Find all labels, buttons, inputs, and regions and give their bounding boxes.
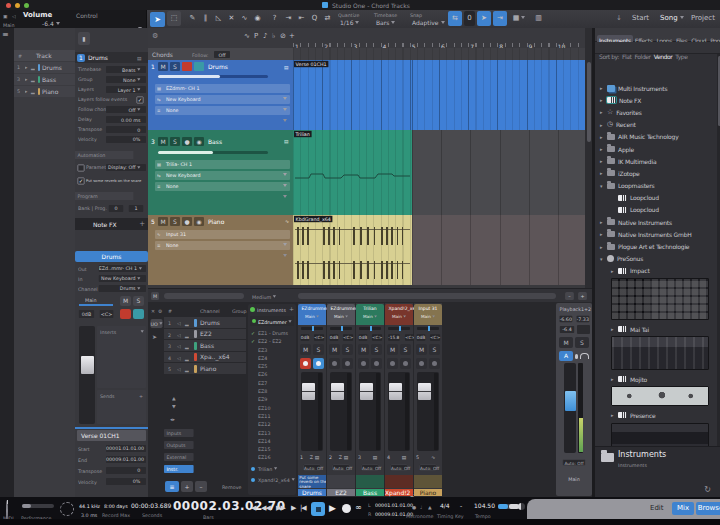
mute-tool-button[interactable]: ✕: [225, 11, 238, 26]
browser-tree-item[interactable]: [611, 278, 709, 320]
time-signature[interactable]: 4/4: [440, 502, 450, 509]
scrollbar-thumb-main[interactable]: [298, 293, 556, 299]
channel-out-row[interactable]: Out EZd..mmr- CH 1: [77, 264, 146, 273]
expand-icon[interactable]: ▸: [25, 77, 27, 83]
channel-in-row[interactable]: In New Keyboard: [77, 274, 146, 283]
pan-readout[interactable]: <C>: [314, 334, 324, 340]
browser-tree-item[interactable]: ▸ ☆ Favorites: [595, 106, 715, 118]
rack-slot[interactable]: EZ15: [250, 444, 294, 452]
volume-readout[interactable]: 0dB: [79, 310, 94, 318]
track-volume-slider[interactable]: [158, 151, 268, 154]
macro-grid-button[interactable]: ▦: [510, 11, 528, 26]
channel-header[interactable]: Drums: [75, 251, 148, 262]
browser-tree-item[interactable]: ▸ Plogue Art et Technologie: [595, 240, 715, 252]
rack-slot[interactable]: EZ16: [250, 452, 294, 460]
master-strip[interactable]: Playback1+2 -6.60 -7.33 -6.4 M S A: [556, 303, 592, 496]
strip-output[interactable]: Main: [360, 314, 380, 319]
layers-row[interactable]: Layers Layer 1: [77, 85, 146, 94]
monitor-button[interactable]: [133, 309, 144, 319]
trilian-rack-row[interactable]: Trilian: [250, 464, 294, 474]
listen-tool-button[interactable]: ◉: [251, 11, 264, 26]
quantize-start-icon[interactable]: ⇥: [282, 11, 295, 26]
tab-inputs[interactable]: Inputs: [164, 429, 194, 437]
mute-button[interactable]: M: [120, 296, 131, 306]
cursor-icon[interactable]: ➤: [152, 333, 157, 340]
strip-output[interactable]: Main: [302, 314, 322, 319]
strip-note[interactable]: [385, 475, 413, 488]
rack-slot[interactable]: EZ4: [250, 353, 294, 361]
quantize-icon[interactable]: Q: [308, 11, 321, 26]
audio-icon[interactable]: ∿: [285, 219, 289, 225]
close-window-icon[interactable]: [6, 3, 11, 8]
browse-page-button[interactable]: Browse: [696, 502, 720, 515]
channel-name-row[interactable]: Channel Drums: [77, 284, 146, 293]
add-channel-button[interactable]: +: [181, 481, 193, 492]
strip-header[interactable]: Input 31 Main: [414, 304, 442, 325]
strip-name-plate[interactable]: EZ2: [327, 489, 355, 496]
record-button[interactable]: [300, 358, 311, 369]
rewind-button[interactable]: ◀◀: [261, 504, 270, 512]
strip-header[interactable]: EZdrummer Main: [327, 304, 355, 325]
mixer-strip[interactable]: EZdrummer Main 0dB <C> M S: [327, 303, 355, 496]
pan-slider[interactable]: [417, 327, 439, 330]
strip-note[interactable]: Put some reverb on the snare: [298, 475, 326, 488]
automation-mode-button[interactable]: Auto: Off: [419, 464, 436, 470]
record-button[interactable]: [387, 358, 398, 369]
io-dropdown[interactable]: UO: [151, 319, 163, 328]
pattern-icon[interactable]: P: [254, 32, 258, 40]
rack-slot[interactable]: EZ12: [250, 419, 294, 427]
zoom-out-button[interactable]: –: [565, 292, 574, 300]
return-to-zero-button[interactable]: |◀: [300, 504, 306, 512]
maximize-window-icon[interactable]: [24, 3, 29, 8]
fader-cap[interactable]: [565, 391, 576, 411]
mixer-strip[interactable]: Trilian Main 0dB <C> M S: [356, 303, 384, 496]
browser-tree-item[interactable]: ▸ Impact: [595, 265, 715, 277]
expand-icon[interactable]: ◂▸: [170, 416, 175, 422]
drums-track-header[interactable]: 1 M S Drums ▤ ▤EZdmm- CH 1 ⇆New Keyboard…: [148, 60, 293, 130]
record-button[interactable]: [329, 358, 340, 369]
loop-start[interactable]: 00001.01.01.00: [375, 502, 413, 508]
bank-prog-row[interactable]: Bank | Prog. 0 1: [77, 204, 146, 213]
browser-tree-item[interactable]: ▸ Native Instruments GmbH: [595, 228, 715, 240]
expand-arrow-icon[interactable]: ▸: [600, 231, 607, 237]
monitor-button[interactable]: [342, 358, 353, 369]
automation-mode-button[interactable]: Auto: Off: [361, 464, 378, 470]
master-volume-readout[interactable]: -6.4: [560, 326, 574, 333]
mute-button[interactable]: M: [329, 344, 340, 355]
expand-arrow-icon[interactable]: ▾: [600, 183, 607, 189]
strip-header[interactable]: EZdrummer Main: [298, 304, 326, 325]
rack-slot[interactable]: EZ11: [250, 411, 294, 419]
follow-chords-row[interactable]: Follow chords Off: [77, 105, 146, 114]
zoom-in-button[interactable]: +: [578, 292, 587, 300]
piano-track-header[interactable]: 5 M S ● ◉ Piano ∿ ∿Input 31 ≡None: [148, 215, 293, 285]
track-list-row[interactable]: 5 ▸ ▂ Piano: [14, 86, 75, 97]
record-arm-button[interactable]: ●: [182, 137, 192, 146]
metronome-icon-1[interactable]: ●: [412, 504, 416, 510]
split-tool-button[interactable]: ∥: [199, 11, 212, 26]
browser-tree-item[interactable]: ▸ Presence: [595, 409, 715, 421]
strip-note[interactable]: [356, 475, 384, 488]
marker-button[interactable]: M: [151, 292, 159, 300]
delay-row[interactable]: Delay 0.00 ms: [77, 115, 146, 124]
loop-button[interactable]: ∞: [355, 503, 362, 512]
tab-instruments[interactable]: Instr.: [164, 465, 194, 473]
dim-toggle[interactable]: [518, 503, 525, 510]
record-arm-button[interactable]: ●: [182, 217, 192, 226]
browser-tree-item[interactable]: ▾ PreSonus: [595, 253, 715, 265]
bass-clip[interactable]: Trilian: [293, 130, 412, 215]
scroll-down-icon[interactable]: ▼: [172, 403, 176, 409]
strip-name-plate[interactable]: Bass: [356, 489, 384, 496]
mixer-strip[interactable]: Input 31 Main 0dB <C> M S: [414, 303, 442, 496]
skip-forward-button[interactable]: ▶: [291, 504, 295, 512]
automation-field[interactable]: ≡None: [155, 182, 290, 191]
remove-button[interactable]: Remove: [222, 484, 241, 490]
pan-slider[interactable]: [359, 327, 381, 330]
browser-tree-item[interactable]: ▾ Loopmasters: [595, 180, 715, 192]
hamburger-icon[interactable]: ≡: [2, 30, 9, 39]
solo-button[interactable]: S: [170, 137, 180, 146]
mute-button[interactable]: M: [559, 337, 573, 348]
browser-tree-item[interactable]: [611, 336, 709, 370]
expand-icon[interactable]: ▸: [25, 65, 27, 71]
record-button[interactable]: [358, 358, 369, 369]
expand-arrow-icon[interactable]: ▸: [600, 219, 607, 225]
